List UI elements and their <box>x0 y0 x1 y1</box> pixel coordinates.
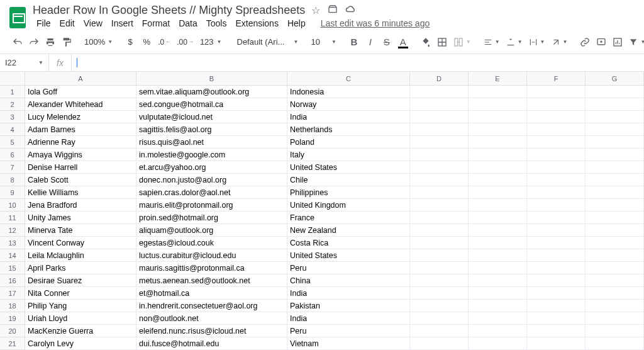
menu-data[interactable]: Data <box>175 17 201 30</box>
cell[interactable]: Peru <box>287 325 410 337</box>
sheets-logo[interactable] <box>5 5 30 30</box>
undo-icon[interactable] <box>13 38 23 47</box>
cell[interactable] <box>527 262 586 274</box>
cell[interactable]: Minerva Tate <box>25 224 136 237</box>
cell[interactable] <box>586 186 644 199</box>
cell[interactable]: Unity James <box>25 212 136 224</box>
cell[interactable]: France <box>287 212 410 224</box>
cell[interactable]: aliquam@outlook.org <box>136 224 287 237</box>
row-header[interactable]: 6 <box>0 149 25 161</box>
cell[interactable]: Uriah Lloyd <box>25 312 136 325</box>
cell[interactable] <box>469 86 527 98</box>
cell[interactable] <box>410 174 469 186</box>
cell[interactable] <box>586 98 644 111</box>
column-header[interactable]: A <box>25 72 136 86</box>
cell[interactable]: Italy <box>287 149 410 161</box>
font-size-select[interactable]: 10 <box>311 37 319 47</box>
cell[interactable] <box>410 98 469 111</box>
cell[interactable] <box>469 300 527 312</box>
menu-format[interactable]: Format <box>138 17 174 30</box>
cell[interactable]: Carolyn Levy <box>25 337 136 350</box>
row-header[interactable]: 15 <box>0 262 25 274</box>
cell[interactable] <box>527 337 586 350</box>
cell[interactable] <box>586 199 644 212</box>
row-header[interactable]: 14 <box>0 249 25 262</box>
menu-tools[interactable]: Tools <box>203 17 231 30</box>
formula-bar[interactable] <box>72 54 644 71</box>
column-header[interactable]: D <box>410 72 469 86</box>
cell[interactable]: Denise Harrell <box>25 161 136 174</box>
cell[interactable]: China <box>287 274 410 287</box>
cell[interactable] <box>410 186 469 199</box>
row-header[interactable]: 10 <box>0 199 25 212</box>
cell[interactable]: Adam Barnes <box>25 123 136 136</box>
cell[interactable]: non@outlook.net <box>136 312 287 325</box>
cell[interactable] <box>410 300 469 312</box>
cell[interactable] <box>469 237 527 249</box>
cell[interactable] <box>410 149 469 161</box>
cell[interactable]: vulputate@icloud.net <box>136 111 287 123</box>
cell[interactable] <box>527 123 586 136</box>
font-family-select[interactable]: Default (Ari... <box>235 36 291 48</box>
cell[interactable]: Costa Rica <box>287 237 410 249</box>
cell[interactable] <box>410 249 469 262</box>
column-header[interactable]: C <box>287 72 410 86</box>
cell[interactable] <box>410 111 469 123</box>
cell[interactable]: Philippines <box>287 186 410 199</box>
cell[interactable] <box>586 224 644 237</box>
cell[interactable]: United States <box>287 161 410 174</box>
filter-button[interactable]: ▼ <box>629 38 644 47</box>
spreadsheet-grid[interactable]: ABCDEFG1Iola Goffsem.vitae.aliquam@outlo… <box>0 72 644 350</box>
cell[interactable]: India <box>287 312 410 325</box>
chevron-down-icon[interactable]: ▼ <box>331 39 336 45</box>
insert-link-button[interactable] <box>580 37 590 47</box>
cell[interactable]: sed.congue@hotmail.ca <box>136 98 287 111</box>
cell[interactable] <box>410 86 469 98</box>
cell[interactable] <box>527 274 586 287</box>
row-header[interactable]: 12 <box>0 224 25 237</box>
cell[interactable] <box>527 98 586 111</box>
cloud-icon[interactable] <box>345 4 357 16</box>
chevron-down-icon[interactable]: ▼ <box>294 39 299 45</box>
cell[interactable]: et@hotmail.ca <box>136 287 287 300</box>
cell[interactable] <box>469 224 527 237</box>
cell[interactable] <box>410 337 469 350</box>
menu-file[interactable]: File <box>33 17 55 30</box>
fill-color-button[interactable] <box>421 37 431 47</box>
cell[interactable] <box>586 174 644 186</box>
cell[interactable]: Vincent Conway <box>25 237 136 249</box>
cell[interactable] <box>469 98 527 111</box>
menu-extensions[interactable]: Extensions <box>231 17 282 30</box>
column-header[interactable]: F <box>527 72 586 86</box>
cell[interactable] <box>586 262 644 274</box>
row-header[interactable]: 2 <box>0 98 25 111</box>
menu-view[interactable]: View <box>80 17 106 30</box>
cell[interactable]: luctus.curabitur@icloud.edu <box>136 249 287 262</box>
cell[interactable] <box>586 300 644 312</box>
cell[interactable]: Alexander Whitehead <box>25 98 136 111</box>
cell[interactable]: proin.sed@hotmail.org <box>136 212 287 224</box>
cell[interactable] <box>410 161 469 174</box>
cell[interactable]: sem.vitae.aliquam@outlook.org <box>136 86 287 98</box>
move-icon[interactable] <box>328 4 338 16</box>
cell[interactable] <box>586 136 644 149</box>
cell[interactable]: India <box>287 111 410 123</box>
row-header[interactable]: 21 <box>0 337 25 350</box>
cell[interactable] <box>527 111 586 123</box>
star-icon[interactable]: ☆ <box>311 4 320 16</box>
cell[interactable]: Kellie Williams <box>25 186 136 199</box>
cell[interactable] <box>586 123 644 136</box>
cell[interactable]: Amaya Wiggins <box>25 149 136 161</box>
strikethrough-button[interactable]: S <box>382 37 392 47</box>
cell[interactable] <box>410 237 469 249</box>
cell[interactable] <box>527 312 586 325</box>
borders-button[interactable] <box>437 37 447 47</box>
cell[interactable] <box>527 300 586 312</box>
more-formats-button[interactable]: 123▼ <box>200 37 222 47</box>
cell[interactable] <box>469 337 527 350</box>
text-wrap-button[interactable]: ▼ <box>529 38 545 47</box>
cell[interactable]: risus.quis@aol.net <box>136 136 287 149</box>
insert-chart-button[interactable] <box>613 37 623 47</box>
cell[interactable]: egestas@icloud.couk <box>136 237 287 249</box>
insert-comment-button[interactable] <box>596 37 606 47</box>
